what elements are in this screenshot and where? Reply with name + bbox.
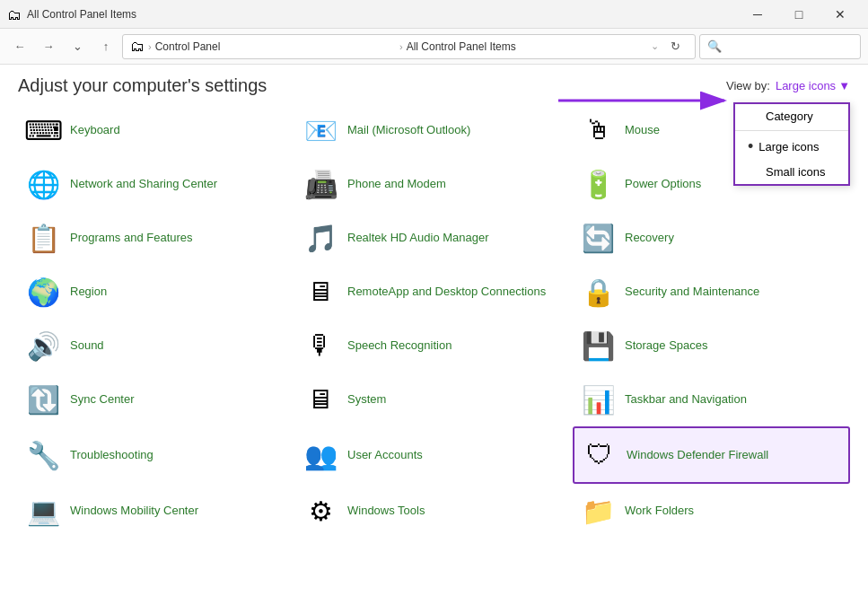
path-control-panel: Control Panel (155, 40, 396, 53)
item-label: Security and Maintenance (625, 285, 759, 300)
control-item-mail-(microsoft-outlook)[interactable]: 📧Mail (Microsoft Outlook) (295, 103, 573, 157)
item-icon: 👥 (302, 437, 338, 473)
view-by-label: View by: (726, 79, 770, 92)
item-icon: 📋 (25, 220, 61, 256)
item-label: Network and Sharing Center (70, 177, 217, 192)
control-item-troubleshooting[interactable]: 🔧Troubleshooting (18, 426, 295, 484)
maximize-button[interactable]: □ (778, 0, 820, 29)
dropdown-item-small-icons[interactable]: Small icons (735, 160, 848, 184)
item-icon: 🎵 (302, 220, 338, 256)
item-label: Work Folders (625, 504, 694, 519)
address-input[interactable]: 🗂 › Control Panel › All Control Panel It… (122, 34, 696, 59)
view-by-selected: Large icons (776, 79, 836, 92)
app-icon: 🗂 (7, 7, 22, 22)
control-item-recovery[interactable]: 🔄Recovery (573, 211, 850, 265)
dropdown-item-large-icons[interactable]: • Large icons (735, 133, 848, 160)
window-title: All Control Panel Items (27, 8, 136, 21)
item-label: Sync Center (70, 392, 135, 408)
item-label: Windows Defender Firewall (627, 448, 768, 463)
dropdown-item-category[interactable]: Category (735, 104, 848, 128)
control-item-system[interactable]: 🖥System (295, 373, 573, 426)
recent-button[interactable]: ⌄ (65, 34, 90, 59)
item-label: System (347, 392, 386, 408)
selected-dot-icon: • (748, 138, 753, 154)
item-icon: 🛡 (582, 437, 618, 473)
item-icon: 📧 (302, 112, 338, 148)
items-grid: ⌨Keyboard📧Mail (Microsoft Outlook)🖱Mouse… (18, 103, 850, 538)
control-item-taskbar-and-navigation[interactable]: 📊Taskbar and Navigation (573, 373, 850, 426)
refresh-button[interactable]: ↻ (662, 34, 688, 59)
item-label: Keyboard (70, 123, 120, 138)
control-item-windows-defender-firewall[interactable]: 🛡Windows Defender Firewall (573, 426, 850, 484)
item-label: Mail (Microsoft Outlook) (347, 123, 470, 138)
large-icons-label: Large icons (758, 140, 819, 154)
control-item-work-folders[interactable]: 📁Work Folders (573, 484, 850, 538)
control-item-user-accounts[interactable]: 👥User Accounts (295, 426, 573, 484)
control-item-programs-and-features[interactable]: 📋Programs and Features (18, 211, 295, 265)
back-button[interactable]: ← (7, 34, 32, 59)
item-label: Realtek HD Audio Manager (347, 231, 489, 246)
up-button[interactable]: ↑ (93, 34, 118, 59)
item-icon: 📊 (580, 382, 616, 417)
view-by-button[interactable]: Large icons ▼ (776, 79, 850, 92)
item-label: RemoteApp and Desktop Connections (347, 285, 546, 300)
item-icon: ⚙ (302, 493, 338, 529)
item-label: Recovery (625, 231, 674, 246)
control-item-network-and-sharing-center[interactable]: 🌐Network and Sharing Center (18, 157, 295, 211)
item-label: Storage Spaces (625, 338, 708, 354)
item-label: Programs and Features (70, 231, 193, 246)
search-icon: 🔍 (707, 39, 722, 53)
search-box[interactable]: 🔍 (699, 34, 861, 59)
control-item-windows-tools[interactable]: ⚙Windows Tools (295, 484, 573, 538)
item-icon: 🌍 (25, 274, 61, 310)
item-icon: 🖥 (302, 274, 338, 310)
title-bar-left: 🗂 All Control Panel Items (7, 7, 136, 22)
control-item-windows-mobility-center[interactable]: 💻Windows Mobility Center (18, 484, 295, 538)
page-header: Adjust your computer's settings View by:… (0, 65, 868, 103)
item-icon: 🔄 (580, 220, 616, 256)
item-label: Mouse (625, 123, 660, 138)
folder-icon: 🗂 (130, 39, 145, 55)
item-label: Taskbar and Navigation (625, 392, 747, 408)
item-icon: ⌨ (25, 112, 61, 148)
control-item-sync-center[interactable]: 🔃Sync Center (18, 373, 295, 426)
control-item-region[interactable]: 🌍Region (18, 265, 295, 319)
item-icon: 📠 (302, 166, 338, 202)
title-bar: 🗂 All Control Panel Items ─ □ ✕ (0, 0, 868, 29)
close-button[interactable]: ✕ (820, 0, 861, 29)
control-item-sound[interactable]: 🔊Sound (18, 319, 295, 373)
control-item-storage-spaces[interactable]: 💾Storage Spaces (573, 319, 850, 373)
minimize-button[interactable]: ─ (737, 0, 778, 29)
control-item-remoteapp-and-desktop-connections[interactable]: 🖥RemoteApp and Desktop Connections (295, 265, 573, 319)
item-icon: 🔋 (580, 166, 616, 202)
item-label: Sound (70, 338, 104, 354)
view-by-dropdown: Category • Large icons Small icons (733, 102, 850, 186)
category-label: Category (766, 110, 813, 123)
control-item-phone-and-modem[interactable]: 📠Phone and Modem (295, 157, 573, 211)
item-icon: 🌐 (25, 166, 61, 202)
item-icon: 🎙 (302, 328, 338, 364)
view-by-area: View by: Large icons ▼ Category • Large … (726, 79, 850, 92)
item-label: Windows Tools (347, 504, 425, 519)
item-label: User Accounts (347, 448, 423, 463)
page-title: Adjust your computer's settings (18, 75, 267, 96)
item-label: Region (70, 285, 107, 300)
item-label: Speech Recognition (347, 338, 452, 354)
forward-button[interactable]: → (36, 34, 61, 59)
control-item-realtek-hd-audio-manager[interactable]: 🎵Realtek HD Audio Manager (295, 211, 573, 265)
control-item-keyboard[interactable]: ⌨Keyboard (18, 103, 295, 157)
small-icons-label: Small icons (766, 165, 825, 179)
path-all-items: All Control Panel Items (407, 40, 647, 53)
window-controls: ─ □ ✕ (737, 0, 861, 29)
dropdown-chevron-icon: ▼ (838, 79, 850, 92)
item-label: Power Options (625, 177, 701, 192)
item-icon: 🔊 (25, 328, 61, 364)
address-bar: ← → ⌄ ↑ 🗂 › Control Panel › All Control … (0, 29, 868, 65)
item-label: Windows Mobility Center (70, 504, 198, 519)
item-label: Phone and Modem (347, 177, 446, 192)
item-icon: 🖱 (580, 112, 616, 148)
item-icon: 🔒 (580, 274, 616, 310)
item-icon: 💾 (580, 328, 616, 364)
control-item-speech-recognition[interactable]: 🎙Speech Recognition (295, 319, 573, 373)
control-item-security-and-maintenance[interactable]: 🔒Security and Maintenance (573, 265, 850, 319)
